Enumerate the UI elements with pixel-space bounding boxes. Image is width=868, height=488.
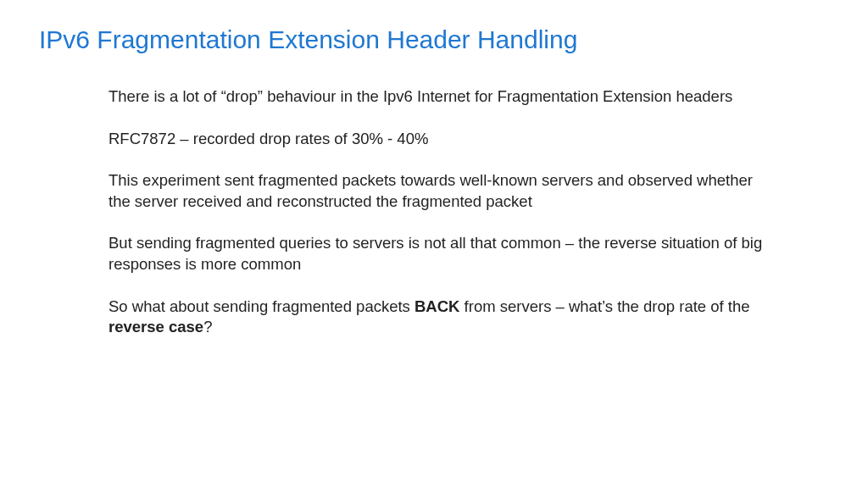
slide-title: IPv6 Fragmentation Extension Header Hand… (39, 25, 829, 54)
bold-back: BACK (415, 297, 459, 315)
paragraph-5: So what about sending fragmented packets… (108, 297, 770, 338)
slide: IPv6 Fragmentation Extension Header Hand… (0, 0, 868, 488)
text-span: from servers – what’s the drop rate of t… (459, 297, 749, 315)
paragraph-2: RFC7872 – recorded drop rates of 30% - 4… (108, 129, 770, 150)
bold-reverse-case: reverse case (108, 318, 203, 336)
paragraph-3: This experiment sent fragmented packets … (108, 170, 770, 212)
paragraph-4: But sending fragmented queries to server… (108, 233, 770, 274)
paragraph-1: There is a lot of “drop” behaviour in th… (108, 86, 770, 108)
text-span: ? (203, 318, 212, 336)
text-span: So what about sending fragmented packets (108, 297, 415, 315)
slide-body: There is a lot of “drop” behaviour in th… (108, 86, 770, 338)
